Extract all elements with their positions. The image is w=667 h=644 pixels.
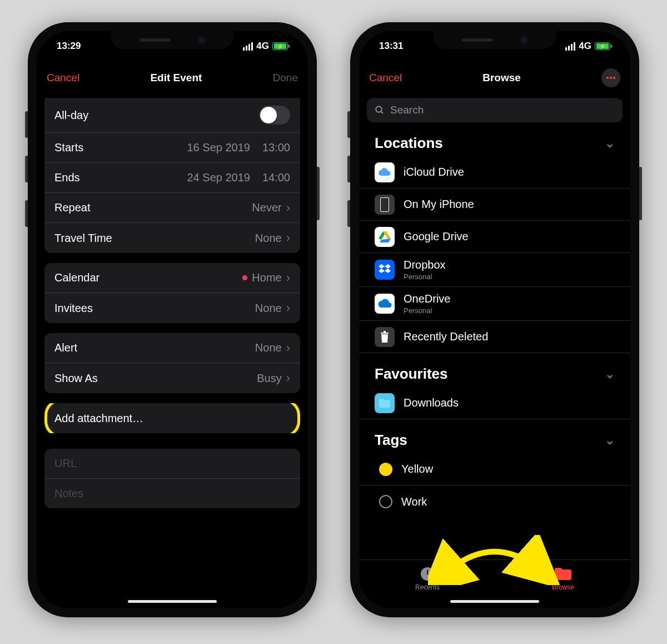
tab-recents[interactable]: Recents [415, 566, 440, 591]
svg-marker-10 [379, 264, 385, 269]
alert-value: None [255, 341, 282, 354]
iphone-icon [375, 195, 395, 215]
ends-date: 24 Sep 2019 [187, 171, 250, 184]
alert-label: Alert [54, 341, 77, 354]
battery-icon: ⚡ [272, 42, 288, 50]
ends-label: Ends [54, 171, 80, 184]
network-label: 4G [256, 41, 269, 52]
signal-icon [243, 42, 253, 51]
label: On My iPhone [404, 198, 474, 211]
location-on-my-iphone[interactable]: On My iPhone [359, 189, 630, 221]
row-invitees[interactable]: Invitees None › [44, 293, 300, 323]
travel-value: None [255, 232, 282, 245]
home-indicator[interactable] [128, 600, 217, 603]
search-input[interactable]: Search [367, 98, 623, 122]
sublabel: Personal [404, 306, 450, 315]
network-label: 4G [579, 41, 591, 52]
invitees-value: None [255, 302, 282, 315]
chevron-right-icon: › [286, 232, 290, 244]
tab-browse[interactable]: Browse [552, 566, 574, 591]
folder-icon [375, 393, 395, 413]
tag-dot-yellow-icon [379, 463, 392, 476]
row-show-as[interactable]: Show As Busy › [44, 363, 300, 393]
more-button[interactable] [601, 68, 620, 87]
phone-right: 13:31 4G ⚡ Cancel Browse Search Location… [350, 22, 639, 617]
svg-point-2 [613, 77, 615, 79]
location-google-drive[interactable]: Google Drive [359, 221, 630, 253]
svg-rect-6 [381, 198, 389, 211]
tag-yellow[interactable]: Yellow [359, 453, 630, 486]
search-icon [375, 105, 385, 115]
label: iCloud Drive [404, 166, 464, 179]
notes-field[interactable]: Notes [44, 479, 300, 508]
tags-title: Tags [375, 432, 407, 449]
label: Google Drive [404, 230, 469, 243]
all-day-toggle[interactable] [259, 106, 290, 125]
section-url-notes: URL Notes [44, 449, 300, 508]
url-field[interactable]: URL [44, 449, 300, 479]
folder-icon [553, 566, 573, 582]
home-indicator[interactable] [450, 600, 539, 603]
search-placeholder: Search [390, 104, 424, 116]
section-attachment: Add attachment… [44, 403, 300, 433]
section-time: All-day Starts 16 Sep 2019 13:00 Ends 24… [44, 98, 300, 253]
screen-calendar-edit: 13:29 4G ⚡ Cancel Edit Event Done All-da… [37, 31, 308, 608]
calendar-value: Home [252, 271, 281, 284]
svg-marker-11 [385, 264, 391, 269]
trash-icon [375, 327, 395, 347]
repeat-label: Repeat [54, 201, 91, 214]
svg-line-4 [381, 111, 383, 113]
chevron-right-icon: › [286, 272, 290, 284]
starts-time: 13:00 [262, 141, 290, 154]
invitees-label: Invitees [54, 302, 93, 315]
row-starts[interactable]: Starts 16 Sep 2019 13:00 [44, 133, 300, 163]
tab-label: Recents [415, 583, 440, 591]
showas-value: Busy [257, 372, 281, 385]
svg-point-1 [610, 77, 612, 79]
status-time: 13:29 [57, 41, 81, 52]
phone-left: 13:29 4G ⚡ Cancel Edit Event Done All-da… [28, 22, 317, 617]
location-recently-deleted[interactable]: Recently Deleted [359, 321, 630, 353]
favourites-title: Favourites [375, 365, 448, 383]
location-icloud-drive[interactable]: iCloud Drive [359, 156, 630, 189]
favourite-downloads[interactable]: Downloads [359, 387, 630, 419]
chevron-right-icon: › [286, 302, 290, 314]
row-all-day[interactable]: All-day [44, 98, 300, 133]
locations-header[interactable]: Locations ⌄ [359, 122, 630, 156]
location-dropbox[interactable]: Dropbox Personal [359, 253, 630, 287]
row-calendar[interactable]: Calendar Home › [44, 263, 300, 293]
row-repeat[interactable]: Repeat Never › [44, 193, 300, 223]
section-alert: Alert None › Show As Busy › [44, 333, 300, 393]
onedrive-icon [375, 294, 395, 314]
cancel-button[interactable]: Cancel [369, 72, 402, 84]
chevron-down-icon: ⌄ [605, 433, 615, 448]
starts-date: 16 Sep 2019 [187, 141, 250, 154]
cancel-button[interactable]: Cancel [47, 72, 79, 84]
clock-icon [417, 566, 437, 582]
showas-label: Show As [54, 372, 98, 385]
svg-marker-12 [379, 269, 385, 273]
chevron-right-icon: › [286, 372, 290, 384]
tag-work[interactable]: Work [359, 486, 630, 518]
navbar-title: Browse [482, 72, 521, 84]
row-alert[interactable]: Alert None › [44, 333, 300, 363]
favourites-header[interactable]: Favourites ⌄ [359, 353, 630, 387]
location-onedrive[interactable]: OneDrive Personal [359, 287, 630, 321]
add-attachment-label: Add attachment… [54, 412, 143, 425]
travel-label: Travel Time [54, 232, 112, 245]
done-button[interactable]: Done [273, 72, 298, 84]
tags-header[interactable]: Tags ⌄ [359, 419, 630, 453]
screen-files-browse: 13:31 4G ⚡ Cancel Browse Search Location… [359, 31, 630, 608]
svg-point-3 [376, 106, 382, 112]
row-travel-time[interactable]: Travel Time None › [44, 223, 300, 253]
starts-label: Starts [54, 141, 83, 154]
notes-placeholder: Notes [54, 487, 83, 499]
row-add-attachment[interactable]: Add attachment… [44, 403, 300, 433]
navbar: Cancel Edit Event Done [37, 61, 308, 95]
all-day-label: All-day [54, 109, 88, 122]
row-ends[interactable]: Ends 24 Sep 2019 14:00 [44, 163, 300, 193]
repeat-value: Never [252, 201, 281, 214]
chevron-right-icon: › [286, 202, 290, 214]
notch [111, 31, 233, 49]
label: Downloads [404, 397, 459, 409]
